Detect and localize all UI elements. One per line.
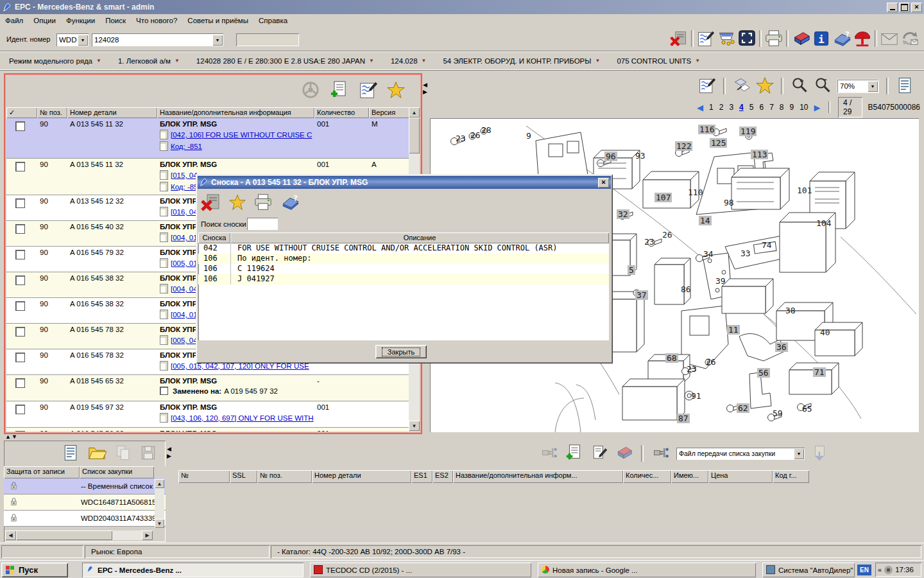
bottom-splitter[interactable]: ◀▶ bbox=[167, 446, 171, 459]
chevron-down-icon[interactable]: ▼ bbox=[422, 58, 427, 64]
diagram-part-label[interactable]: 9 bbox=[526, 131, 531, 141]
footnote-link[interactable]: [015, 04 bbox=[171, 171, 198, 179]
task-button-1[interactable]: TECDOC CD (2/2015) - ... bbox=[310, 563, 531, 577]
chevron-down-icon[interactable]: ▼ bbox=[369, 58, 374, 64]
menu-item-Чтонового[interactable]: Что нового? bbox=[131, 15, 182, 26]
add-row-button[interactable] bbox=[565, 443, 584, 464]
purchase-table-col-header[interactable]: ES1 bbox=[411, 470, 432, 483]
row-checkbox[interactable] bbox=[15, 353, 25, 362]
tray-expand-icon[interactable]: « bbox=[878, 566, 882, 574]
purchase-vscrollbar[interactable]: ▲ ▼ bbox=[155, 479, 164, 528]
chevron-down-icon[interactable]: ▼ bbox=[595, 58, 600, 64]
chevron-down-icon[interactable]: ▼ bbox=[78, 35, 88, 46]
footnote-doc-icon[interactable] bbox=[160, 130, 168, 139]
notes-button[interactable] bbox=[696, 29, 716, 48]
chevron-down-icon[interactable]: ▼ bbox=[794, 448, 804, 459]
diagram-part-label[interactable]: 59 bbox=[773, 408, 783, 418]
steering-wheel-icon[interactable] bbox=[301, 80, 320, 101]
page-number-10[interactable]: 10 bbox=[800, 103, 808, 112]
panel-splitter[interactable]: ◀▶ bbox=[423, 82, 427, 95]
transfer-file-combo[interactable]: Файл передачи списка закупки ▼ bbox=[676, 448, 805, 460]
diagram-part-label[interactable]: 40 bbox=[820, 328, 830, 337]
gear-icon[interactable] bbox=[884, 566, 893, 574]
eraser-button[interactable] bbox=[791, 29, 811, 48]
resize-image-button[interactable] bbox=[733, 76, 751, 96]
purchase-table-col-header[interactable]: № bbox=[178, 470, 230, 483]
help-book-button[interactable] bbox=[280, 193, 300, 213]
favorites-star-button[interactable] bbox=[229, 194, 246, 212]
diagram-part-label[interactable]: 119 bbox=[739, 127, 757, 136]
purchase-col-header[interactable]: Список закупки bbox=[80, 466, 154, 478]
purchase-list-row[interactable]: -- Временный список з bbox=[4, 478, 166, 495]
row-checkbox[interactable] bbox=[15, 301, 25, 311]
diagram-part-label[interactable]: 104 bbox=[816, 218, 831, 228]
footnote-row[interactable]: 042FOR USE WITHOUT CRUISE CONTROL AND/OR… bbox=[198, 243, 609, 254]
diagram-part-label[interactable]: 116 bbox=[698, 125, 715, 134]
page-number-8[interactable]: 8 bbox=[780, 103, 784, 112]
chevron-down-icon[interactable]: ▼ bbox=[175, 58, 180, 64]
erase-row-button[interactable] bbox=[615, 444, 633, 463]
page-number-9[interactable]: 9 bbox=[790, 103, 794, 112]
diagram-part-label[interactable]: 32 bbox=[617, 209, 629, 219]
link-parts-button[interactable] bbox=[540, 444, 558, 463]
model-selector[interactable]: 1. Легковой а/м▼ bbox=[118, 57, 180, 65]
menu-item-Советыипримы[interactable]: Советы и приёмы bbox=[182, 15, 253, 26]
diagram-part-label[interactable]: 14 bbox=[699, 216, 712, 225]
menu-item-Файл[interactable]: Файл bbox=[0, 15, 28, 26]
maximize-button[interactable] bbox=[899, 3, 910, 12]
model-selector[interactable]: 124.028▼ bbox=[391, 57, 427, 65]
purchase-table-col-header[interactable]: № поз. bbox=[257, 470, 312, 483]
page-number-7[interactable]: 7 bbox=[769, 103, 774, 112]
start-button[interactable]: Пуск bbox=[1, 563, 68, 577]
diagram-part-label[interactable]: 113 bbox=[751, 150, 768, 159]
zoom-out-button[interactable] bbox=[814, 76, 832, 96]
row-checkbox[interactable] bbox=[15, 327, 25, 337]
parts-col-header[interactable]: Название/дополнительная информация bbox=[157, 107, 314, 118]
notes-button[interactable] bbox=[359, 80, 378, 101]
task-button-2[interactable]: Новая запись - Google ... bbox=[538, 563, 756, 577]
footnote-row[interactable]: 106J 041927 bbox=[198, 274, 609, 285]
footnote-doc-icon[interactable] bbox=[160, 335, 168, 345]
task-button-3[interactable]: Система "АвтоДилер" 2... bbox=[762, 563, 855, 577]
diagram-part-label[interactable]: 28 bbox=[481, 125, 492, 135]
print-button[interactable] bbox=[764, 29, 784, 48]
open-list-button[interactable] bbox=[87, 443, 107, 464]
diagram-part-label[interactable]: 23 bbox=[644, 237, 654, 247]
footnote-doc-icon[interactable] bbox=[160, 413, 168, 423]
minimize-button[interactable] bbox=[887, 3, 898, 12]
diagram-part-label[interactable]: 93 bbox=[635, 151, 646, 161]
footnote-row[interactable]: 106По идент. номер: bbox=[198, 254, 609, 264]
footnote-link[interactable]: [005, 01 bbox=[171, 259, 198, 267]
row-checkbox[interactable] bbox=[15, 378, 25, 388]
purchase-table-col-header[interactable]: Имею... bbox=[671, 470, 708, 483]
horizontal-splitter[interactable]: ▲▼ bbox=[5, 434, 17, 440]
footnote-doc-icon[interactable] bbox=[160, 170, 168, 180]
parts-col-header[interactable]: Номер детали bbox=[67, 107, 157, 118]
diagram-part-label[interactable]: 110 bbox=[688, 188, 703, 197]
diagram-part-label[interactable]: 98 bbox=[724, 198, 734, 207]
page-number-4[interactable]: 4 bbox=[739, 103, 744, 112]
page-view-button[interactable] bbox=[896, 76, 914, 96]
parts-table-row[interactable]: 90A 019 545 97 32БЛОК УПР. MSG[043, 106,… bbox=[6, 401, 410, 428]
menu-item-Поиск[interactable]: Поиск bbox=[100, 15, 131, 26]
parts-table-row[interactable]: 90A 016 545 56 32БЛОК УПР. MSG001 bbox=[6, 428, 410, 432]
footnote-doc-icon[interactable] bbox=[160, 284, 168, 293]
next-page-icon[interactable]: ▶ bbox=[814, 103, 821, 112]
sync-button[interactable] bbox=[900, 29, 920, 48]
chevron-down-icon[interactable]: ▼ bbox=[695, 58, 700, 64]
row-checkbox[interactable] bbox=[160, 387, 168, 395]
close-dialog-button[interactable]: Закрыть bbox=[375, 345, 427, 358]
row-checkbox[interactable] bbox=[15, 431, 25, 432]
mail-button[interactable] bbox=[879, 29, 900, 48]
diagram-part-label[interactable]: 107 bbox=[654, 193, 672, 202]
purchase-table-col-header[interactable]: Цена bbox=[708, 470, 773, 483]
diagram-part-label[interactable]: 91 bbox=[691, 391, 701, 401]
diagram-part-label[interactable]: 74 bbox=[762, 240, 772, 250]
parts-table-row[interactable]: 90A 013 545 11 32БЛОК УПР. MSG[042, 106]… bbox=[6, 118, 410, 159]
diagram-part-label[interactable]: 26 bbox=[706, 357, 716, 367]
model-selector[interactable]: 124028 280 E / E 280:300 E 2.8 USA:E 280… bbox=[196, 57, 374, 65]
clear-results-button[interactable] bbox=[669, 29, 689, 48]
row-checkbox[interactable] bbox=[15, 405, 25, 414]
purchase-hscrollbar[interactable]: ◀ ▶ bbox=[5, 530, 153, 540]
footnote-link[interactable]: Код: -851 bbox=[171, 143, 202, 150]
